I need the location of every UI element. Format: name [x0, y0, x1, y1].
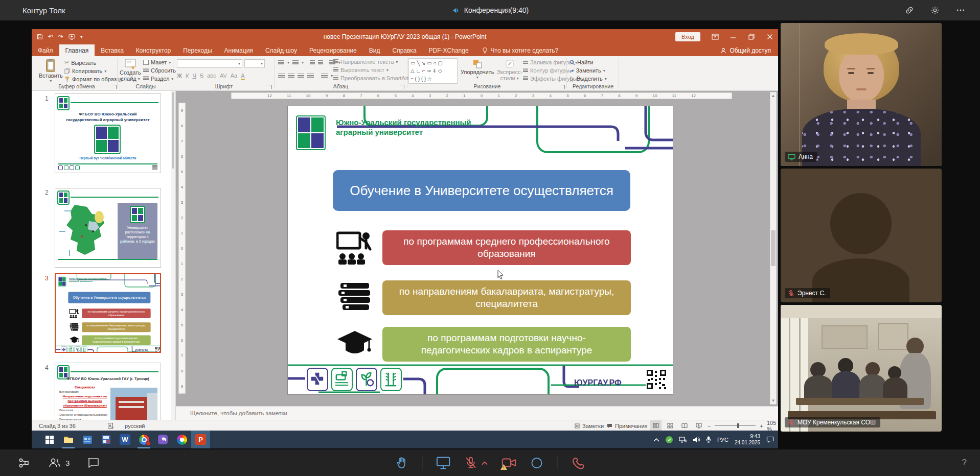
- database-app-icon[interactable]: [97, 431, 116, 448]
- italic-button[interactable]: К: [186, 73, 189, 79]
- microphone-muted-button[interactable]: [464, 456, 477, 470]
- file-explorer-icon[interactable]: [59, 431, 78, 448]
- signin-button[interactable]: Вход: [675, 32, 700, 41]
- bold-button[interactable]: Ж: [177, 73, 182, 79]
- select-button[interactable]: Выделить▾: [569, 76, 607, 82]
- reset-button[interactable]: Сбросить: [143, 67, 176, 74]
- replace-button[interactable]: ⇄ Заменить▾: [569, 67, 607, 74]
- zoom-out-button[interactable]: −: [708, 420, 711, 431]
- tab-animations[interactable]: Анимация: [218, 44, 259, 56]
- volume-tray-icon[interactable]: [693, 437, 700, 443]
- record-button[interactable]: [530, 456, 543, 470]
- slide-item-3[interactable]: по программам подготовки научно-педагоги…: [382, 327, 631, 362]
- section-button[interactable]: Раздел▾: [143, 76, 176, 82]
- participant-tile-school[interactable]: МОУ Кременкульская СОШ: [781, 305, 942, 432]
- font-color-button[interactable]: A: [241, 73, 244, 80]
- arrange-button[interactable]: Упорядочить ▾: [461, 59, 494, 80]
- tab-review[interactable]: Рецензирование: [303, 44, 363, 56]
- network-tray-icon[interactable]: [679, 437, 687, 443]
- normal-view-button[interactable]: [650, 420, 662, 431]
- slide-item-3[interactable]: по программам подготовки научно-педагоги…: [82, 336, 150, 345]
- antivirus-tray-icon[interactable]: [666, 436, 673, 443]
- slide-item-1[interactable]: по программам среднего профессионального…: [382, 230, 631, 265]
- participants-button[interactable]: 3: [48, 457, 70, 469]
- slide-thumbnail-2[interactable]: Университет расположен на территории 4 р…: [55, 188, 161, 268]
- tab-file[interactable]: Файл: [32, 44, 59, 56]
- zoom-in-button[interactable]: +: [760, 420, 763, 431]
- ribbon-display-options-icon[interactable]: [712, 34, 719, 40]
- find-button[interactable]: Найти: [569, 59, 607, 65]
- settings-gear-icon[interactable]: [930, 5, 940, 15]
- start-button[interactable]: [40, 431, 59, 448]
- shapes-gallery[interactable]: ▭ ╲ ↘ ▭ ○ ▢ △ ∟ ⌐ ⇒ ⇓ ◇ ~ ( ) { } ☆: [408, 58, 458, 84]
- clear-format-button[interactable]: Aa: [231, 73, 237, 79]
- cut-button[interactable]: ✂Вырезать: [64, 59, 123, 66]
- smartart-button[interactable]: Преобразовать в SmartArt▾: [333, 75, 413, 81]
- slide-item-1[interactable]: по программам среднего профессионального…: [82, 308, 150, 318]
- layout-view-button[interactable]: [17, 456, 31, 469]
- share-button[interactable]: Общий доступ: [713, 44, 778, 56]
- clipboard-dialog-launcher[interactable]: [112, 85, 117, 89]
- tab-transitions[interactable]: Переходы: [177, 44, 218, 56]
- align-buttons[interactable]: ▾: [278, 74, 333, 79]
- powerpoint-taskbar-icon[interactable]: P: [191, 431, 210, 448]
- paste-button[interactable]: Вставить ▾: [39, 58, 63, 83]
- participant-tile-anna[interactable]: Анна: [781, 23, 942, 166]
- text-direction-button[interactable]: Направление текста▾: [333, 59, 413, 65]
- canvas-scrollbar[interactable]: ▲ ▼: [770, 92, 777, 404]
- zoom-level[interactable]: 105 %: [767, 420, 778, 431]
- screen-share-button[interactable]: [436, 456, 450, 470]
- copy-link-icon[interactable]: [904, 5, 915, 15]
- slide-thumbnail-3-selected[interactable]: Южно-Уральский государственный аграрный …: [55, 273, 161, 353]
- microphone-options-chevron-icon[interactable]: [481, 461, 488, 465]
- quick-styles-button[interactable]: Экспресс- стили▾: [496, 59, 522, 81]
- contacts-app-icon[interactable]: [78, 431, 97, 448]
- slide-title-box[interactable]: Обучение в Университете осуществляется: [333, 170, 630, 211]
- viber-icon[interactable]: [153, 431, 172, 448]
- tray-chevron-icon[interactable]: [653, 438, 659, 442]
- char-spacing-button[interactable]: abc: [207, 73, 216, 79]
- close-icon[interactable]: [767, 34, 774, 40]
- word-icon[interactable]: W: [116, 431, 134, 448]
- slide-sorter-view-button[interactable]: [665, 420, 676, 431]
- paragraph-dialog-launcher[interactable]: [400, 85, 404, 89]
- new-slide-button[interactable]: Создать слайд▾: [120, 58, 141, 82]
- tab-design[interactable]: Конструктор: [130, 44, 177, 56]
- language-indicator[interactable]: русский: [125, 420, 145, 431]
- tab-view[interactable]: Вид: [363, 44, 386, 56]
- align-text-button[interactable]: Выровнять текст▾: [333, 67, 413, 73]
- minimize-icon[interactable]: [730, 34, 737, 40]
- more-menu-icon[interactable]: [955, 5, 966, 15]
- notes-toggle[interactable]: Заметки: [575, 420, 604, 431]
- help-button[interactable]: ?: [962, 449, 967, 476]
- tell-me-box[interactable]: Что вы хотите сделать?: [475, 44, 566, 56]
- list-buttons[interactable]: ▾ ▾ ▾: [278, 60, 340, 65]
- clock[interactable]: 9:43 24.01.2025: [735, 434, 760, 446]
- slide-item-2[interactable]: по направлениям бакалавриата, магистрату…: [82, 322, 150, 332]
- slideshow-view-button[interactable]: [693, 420, 704, 431]
- tab-slideshow[interactable]: Слайд-шоу: [259, 44, 303, 56]
- font-size-combo[interactable]: ▾: [244, 59, 265, 68]
- tab-pdf-xchange[interactable]: PDF-XChange: [423, 44, 475, 56]
- copy-button[interactable]: Копировать▾: [64, 68, 123, 74]
- action-center-icon[interactable]: [766, 436, 774, 443]
- raise-hand-button[interactable]: [395, 456, 408, 470]
- format-painter-button[interactable]: Формат по образцу: [64, 76, 123, 82]
- layout-button[interactable]: Макет▾: [143, 59, 176, 65]
- camera-off-button[interactable]: [501, 456, 516, 469]
- keyboard-language[interactable]: РУС: [717, 437, 728, 443]
- reading-view-button[interactable]: [679, 420, 690, 431]
- font-dialog-launcher[interactable]: [268, 85, 272, 89]
- slide-thumbnail-1[interactable]: ФГБОУ ВО Южно-Уральский государственный …: [55, 93, 161, 173]
- chat-button[interactable]: [87, 457, 100, 469]
- restore-icon[interactable]: [748, 34, 756, 40]
- tab-help[interactable]: Справка: [386, 44, 422, 56]
- comments-toggle[interactable]: Примечания: [607, 420, 648, 431]
- tab-insert[interactable]: Вставка: [95, 44, 130, 56]
- slide-thumbnail-4[interactable]: ФГБОУ ВО Южно-Уральский ГАУ (г. Троицк) …: [55, 363, 161, 420]
- drawing-dialog-launcher[interactable]: [561, 85, 565, 89]
- spellcheck-icon[interactable]: [107, 420, 113, 431]
- participant-tile-ernest[interactable]: Эрнест С.: [781, 169, 942, 302]
- thumbnail-scrollbar[interactable]: [171, 91, 175, 420]
- slide-title-box[interactable]: Обучение в Университете осуществляется: [68, 292, 150, 303]
